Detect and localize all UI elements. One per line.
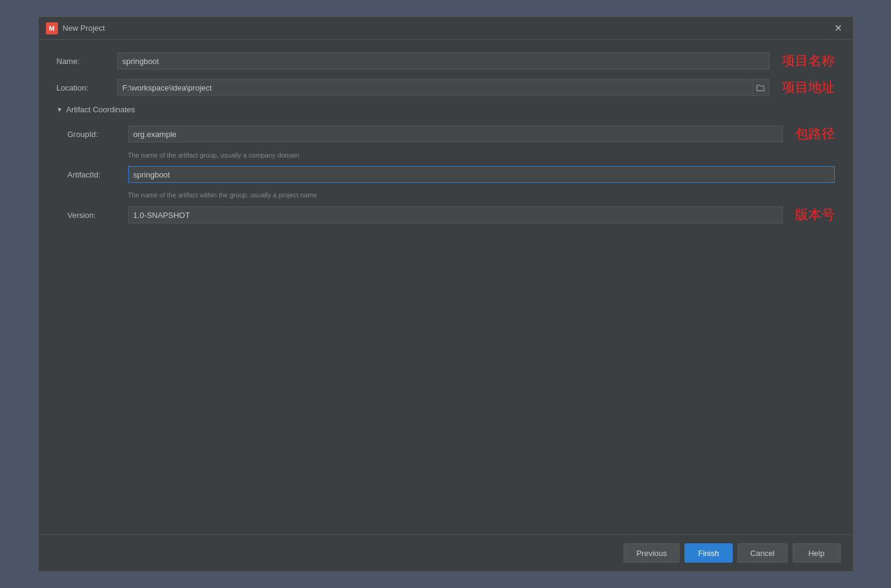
artifactid-label: ArtifactId: — [68, 170, 128, 179]
location-annotation: 项目地址 — [782, 78, 835, 97]
groupid-hint: The name of the artifact group, usually … — [128, 152, 835, 159]
groupid-annotation: 包路径 — [795, 125, 835, 143]
dialog-window: M New Project ✕ Name: 项目名称 Location: 项目地… — [38, 16, 854, 572]
browse-folder-button[interactable] — [753, 79, 770, 96]
dialog-content: Name: 项目名称 Location: 项目地址 ▼ Artifact Coo… — [39, 40, 853, 534]
dialog-title: New Project — [63, 24, 105, 33]
help-button[interactable]: Help — [793, 543, 841, 563]
groupid-label: GroupId: — [68, 130, 128, 139]
finish-button[interactable]: Finish — [684, 543, 733, 563]
location-input-wrapper — [117, 79, 770, 96]
location-input[interactable] — [117, 79, 753, 96]
version-annotation: 版本号 — [795, 206, 835, 224]
title-bar: M New Project ✕ — [39, 17, 853, 40]
artifactid-hint: The name of the artifact within the grou… — [128, 191, 835, 199]
bottom-bar: Previous Finish Cancel Help — [39, 534, 853, 571]
name-input[interactable] — [117, 53, 770, 69]
groupid-row: GroupId: 包路径 — [68, 125, 835, 143]
name-row: Name: 项目名称 — [57, 52, 835, 70]
app-icon: M — [46, 22, 58, 34]
version-label: Version: — [68, 211, 128, 220]
groupid-input[interactable] — [128, 126, 783, 142]
artifact-coordinates-section-header[interactable]: ▼ Artifact Coordinates — [57, 105, 835, 114]
previous-button[interactable]: Previous — [623, 543, 680, 563]
version-input[interactable] — [128, 206, 783, 223]
artifact-coordinates-content: GroupId: 包路径 The name of the artifact gr… — [57, 125, 835, 224]
name-label: Name: — [57, 57, 117, 66]
section-toggle-icon: ▼ — [57, 106, 63, 113]
version-row: Version: 版本号 — [68, 206, 835, 224]
location-label: Location: — [57, 83, 117, 92]
artifactid-input[interactable] — [128, 166, 835, 183]
location-row: Location: 项目地址 — [57, 78, 835, 97]
title-bar-left: M New Project — [46, 22, 105, 34]
close-button[interactable]: ✕ — [831, 22, 846, 34]
name-annotation: 项目名称 — [782, 52, 835, 70]
artifactid-row: ArtifactId: — [68, 166, 835, 183]
section-title: Artifact Coordinates — [66, 105, 135, 114]
cancel-button[interactable]: Cancel — [738, 543, 787, 563]
